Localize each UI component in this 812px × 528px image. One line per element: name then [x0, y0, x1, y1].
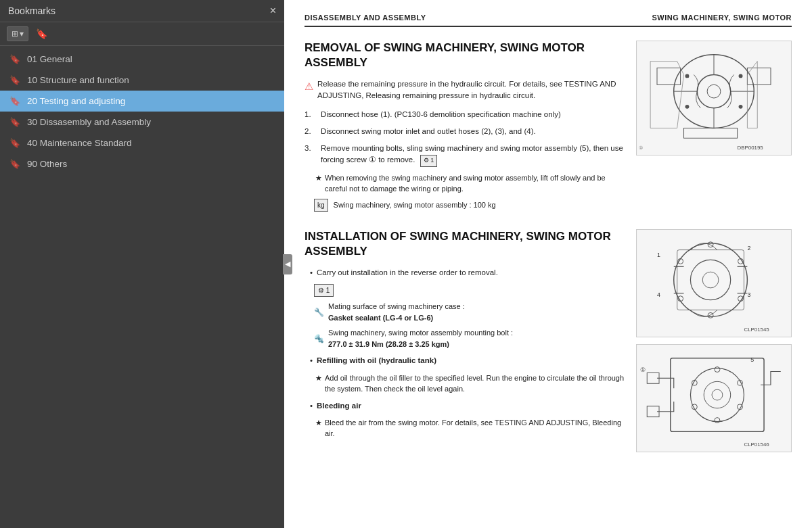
- refill-note: ★ Add oil through the oil filler to the …: [304, 373, 625, 395]
- bleed-title: Bleeding air: [317, 402, 361, 410]
- bleed-note-text: Bleed the air from the swing motor. For …: [325, 417, 625, 439]
- image-2: 1 2 3 4 CLP01545: [636, 229, 792, 337]
- sidebar-item-01-general[interactable]: 🔖 01 General: [0, 49, 284, 70]
- bookmark-button[interactable]: 🔖: [32, 26, 51, 41]
- kg-note-text: Swing machinery, swing motor assembly : …: [334, 199, 496, 211]
- bookmark-icon: 🔖: [36, 28, 47, 39]
- bullet-refill: •: [310, 355, 313, 366]
- expand-icon: ⊞: [12, 29, 18, 39]
- image-col-1: DBP00195 ①: [636, 41, 792, 217]
- sidebar-item-20-testing[interactable]: 🔖 20 Testing and adjusting: [0, 91, 284, 112]
- doc-header-right: SWING MACHINERY, SWING MOTOR: [652, 14, 792, 22]
- removal-title: REMOVAL OF SWING MACHINERY, SWING MOTOR …: [304, 41, 625, 70]
- step-3-text: Remove mounting bolts, sling swing machi…: [321, 144, 623, 164]
- sidebar-item-10-structure[interactable]: 🔖 10 Structure and function: [0, 70, 284, 91]
- svg-text:CLP01546: CLP01546: [744, 441, 769, 448]
- image-col-2-3: 1 2 3 4 CLP01545: [636, 229, 792, 452]
- sidebar-title: Bookmarks: [8, 5, 55, 16]
- svg-text:①: ①: [640, 366, 646, 373]
- expand-arrow: ▾: [20, 29, 24, 39]
- svg-text:3: 3: [747, 291, 750, 298]
- step-1-num: 1.: [304, 109, 317, 120]
- sidebar-item-label: 90 Others: [27, 159, 67, 169]
- step-2-text: Disconnect swing motor inlet and outlet …: [321, 126, 536, 137]
- sidebar-item-40-maintenance[interactable]: 🔖 40 Maintenance Standard: [0, 133, 284, 153]
- svg-text:2: 2: [747, 245, 750, 251]
- refill-title: Refilling with oil (hydraulic tank): [317, 356, 436, 364]
- refill-note-text: Add oil through the oil filler to the sp…: [325, 373, 625, 395]
- svg-point-14: [685, 105, 690, 109]
- warning-icon: ⚠: [304, 79, 313, 95]
- mating-icon: 🔧: [314, 306, 324, 318]
- doc-header: DISASSEMBLY AND ASSEMBLY SWING MACHINERY…: [304, 14, 792, 27]
- sidebar-header: Bookmarks ×: [0, 0, 284, 22]
- step-3: 3. Remove mounting bolts, sling swing ma…: [304, 143, 625, 167]
- main-content[interactable]: DISASSEMBLY AND ASSEMBLY SWING MACHINERY…: [284, 0, 812, 528]
- step-2: 2. Disconnect swing motor inlet and outl…: [304, 126, 625, 137]
- image-3: 5 ① CLP01546: [636, 344, 792, 452]
- installation-text: INSTALLATION OF SWING MACHINERY, SWING M…: [304, 229, 625, 452]
- sidebar-item-label: 10 Structure and function: [27, 75, 129, 85]
- close-button[interactable]: ×: [270, 5, 276, 16]
- kg-note: kg Swing machinery, swing motor assembly…: [304, 199, 625, 212]
- bleed-row: • Bleeding air: [304, 400, 625, 412]
- star-note-text: When removing the swing machinery and sw…: [325, 172, 625, 195]
- removal-section: REMOVAL OF SWING MACHINERY, SWING MOTOR …: [304, 41, 792, 217]
- image-1-svg: DBP00195 ①: [637, 41, 791, 155]
- svg-point-12: [685, 74, 690, 78]
- sidebar: Bookmarks × ⊞ ▾ 🔖 🔖 01 General 🔖 10 Stru…: [0, 0, 284, 528]
- warning-text: Release the remaining pressure in the hy…: [317, 78, 625, 102]
- bleed-note: ★ Bleed the air from the swing motor. Fo…: [304, 417, 625, 439]
- svg-rect-37: [637, 345, 790, 452]
- svg-point-13: [739, 74, 743, 78]
- image-3-svg: 5 ① CLP01546: [637, 345, 791, 452]
- kg-icon: kg: [314, 199, 328, 212]
- removal-text: REMOVAL OF SWING MACHINERY, SWING MOTOR …: [304, 41, 625, 217]
- sidebar-item-label: 30 Dissasembly and Assembly: [27, 117, 151, 127]
- svg-text:①: ①: [639, 145, 643, 150]
- sidebar-item-30-disassembly[interactable]: 🔖 30 Dissasembly and Assembly: [0, 112, 284, 133]
- bookmark-icon-20: 🔖: [9, 96, 20, 106]
- bullet-1: • Carry out installation in the reverse …: [304, 267, 625, 279]
- svg-rect-17: [637, 230, 790, 337]
- sidebar-toolbar: ⊞ ▾ 🔖: [0, 22, 284, 46]
- image-2-svg: 1 2 3 4 CLP01545: [637, 230, 791, 337]
- svg-text:DBP00195: DBP00195: [738, 145, 764, 151]
- bookmark-list: 🔖 01 General 🔖 10 Structure and function…: [0, 46, 284, 528]
- mating-text: Mating surface of swing machinery case :…: [328, 301, 465, 323]
- step-1: 1. Disconnect hose (1). (PC130-6 demolit…: [304, 109, 625, 120]
- svg-text:1: 1: [657, 251, 660, 258]
- svg-text:5: 5: [750, 356, 754, 363]
- sidebar-item-label: 01 General: [27, 54, 72, 64]
- collapse-icon: ◀: [285, 260, 290, 268]
- svg-point-15: [739, 105, 743, 109]
- image-1: DBP00195 ①: [636, 41, 792, 155]
- svg-text:CLP01545: CLP01545: [744, 327, 769, 333]
- star-note-1: ★ When removing the swing machinery and …: [304, 172, 625, 195]
- installation-title: INSTALLATION OF SWING MACHINERY, SWING M…: [304, 229, 625, 259]
- sidebar-item-90-others[interactable]: 🔖 90 Others: [0, 153, 284, 174]
- star-icon: ★: [315, 172, 322, 195]
- bolt-icon: 🔩: [314, 333, 324, 345]
- sidebar-item-label: 20 Testing and adjusting: [27, 96, 125, 106]
- swing-bolt-row: 🔩 Swing machinery, swing motor assembly …: [304, 327, 625, 350]
- bookmark-icon-40: 🔖: [9, 138, 20, 148]
- sidebar-item-label: 40 Maintenance Standard: [27, 138, 132, 148]
- ref-icon-row: ⚙ 1: [304, 284, 625, 297]
- refill-row: • Refilling with oil (hydraulic tank): [304, 355, 625, 366]
- svg-text:4: 4: [657, 291, 660, 298]
- bullet-bleed: •: [310, 400, 313, 412]
- bullet-icon: •: [310, 267, 313, 279]
- star-bleed: ★: [315, 417, 322, 439]
- bookmark-icon-30: 🔖: [9, 117, 20, 127]
- expand-button[interactable]: ⊞ ▾: [7, 26, 28, 41]
- ref-box: ⚙ 1: [420, 155, 438, 167]
- star-refill: ★: [315, 373, 322, 395]
- mating-row: 🔧 Mating surface of swing machinery case…: [304, 301, 625, 323]
- warning-row: ⚠ Release the remaining pressure in the …: [304, 78, 625, 102]
- sidebar-collapse-button[interactable]: ◀: [283, 254, 292, 274]
- step-1-text: Disconnect hose (1). (PC130-6 demolition…: [321, 109, 561, 120]
- bookmark-icon-01: 🔖: [9, 54, 20, 64]
- step-3-num: 3.: [304, 143, 317, 167]
- bookmark-icon-90: 🔖: [9, 159, 20, 169]
